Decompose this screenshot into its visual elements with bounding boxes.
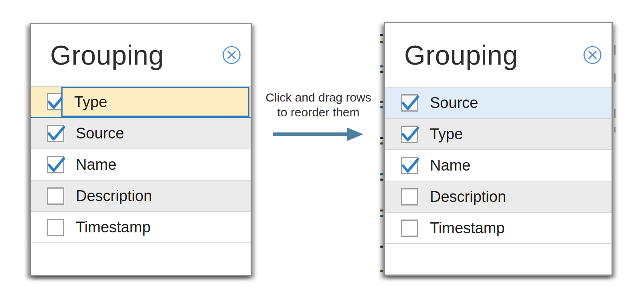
checkbox[interactable] xyxy=(47,125,64,142)
row-label: Name xyxy=(430,157,470,174)
drag-item-box[interactable]: Type xyxy=(61,87,249,117)
grouping-row-name[interactable]: Name xyxy=(31,149,251,181)
row-label: Type xyxy=(74,94,107,111)
background-artifact xyxy=(614,45,616,55)
checkbox[interactable] xyxy=(401,188,418,205)
dialog-title: Grouping xyxy=(50,39,164,71)
row-label: Source xyxy=(430,94,478,112)
checkmark-icon xyxy=(47,155,65,174)
background-artifact xyxy=(614,109,616,118)
checkmark-icon xyxy=(47,124,65,142)
grouping-row-timestamp[interactable]: Timestamp xyxy=(31,212,251,243)
dialog-header: Grouping xyxy=(385,23,612,87)
close-button[interactable] xyxy=(583,46,602,65)
grouping-row-type[interactable]: Type xyxy=(31,87,251,118)
background-artifact xyxy=(380,270,383,272)
background-artifact xyxy=(380,215,383,217)
grouping-dialog-before: Grouping Type xyxy=(30,23,252,276)
instruction-annotation: Click and drag rows to reorder them xyxy=(252,90,385,142)
right-arrow-icon xyxy=(272,126,365,142)
grouping-row-source[interactable]: Source xyxy=(31,118,251,149)
checkbox[interactable] xyxy=(401,220,418,237)
background-artifact xyxy=(380,246,383,248)
row-label: Description xyxy=(430,188,506,205)
checkbox[interactable] xyxy=(47,219,64,236)
instruction-line-2: to reorder them xyxy=(252,105,385,120)
circle-x-icon xyxy=(222,46,241,65)
grouping-row-timestamp[interactable]: Timestamp xyxy=(385,213,612,244)
background-artifact xyxy=(380,142,383,144)
row-label: Description xyxy=(76,187,152,205)
checkbox[interactable] xyxy=(401,94,418,112)
row-label: Name xyxy=(76,156,116,173)
background-artifact xyxy=(614,73,616,82)
grouping-row-description[interactable]: Description xyxy=(385,181,612,213)
empty-row-area xyxy=(385,244,612,275)
row-label: Type xyxy=(430,126,463,143)
grouping-row-source[interactable]: Source xyxy=(385,87,612,119)
screenshot-canvas: Grouping Type xyxy=(0,0,644,301)
checkbox[interactable] xyxy=(401,126,418,143)
background-artifact xyxy=(380,65,383,67)
instruction-line-1: Click and drag rows xyxy=(252,90,385,105)
background-artifact xyxy=(380,179,383,181)
grouping-row-name[interactable]: Name xyxy=(385,150,612,181)
checkbox[interactable] xyxy=(47,156,64,173)
background-artifact xyxy=(380,34,383,36)
close-button[interactable] xyxy=(222,46,241,65)
checkmark-icon xyxy=(401,125,419,143)
checkmark-icon xyxy=(401,94,419,112)
background-artifact xyxy=(380,173,383,175)
row-label: Timestamp xyxy=(76,219,151,236)
checkmark-icon xyxy=(401,156,419,175)
background-artifact xyxy=(380,71,383,73)
checkbox[interactable] xyxy=(401,157,418,174)
row-label: Source xyxy=(76,125,124,142)
grouping-row-type[interactable]: Type xyxy=(385,119,612,150)
grouping-row-description[interactable]: Description xyxy=(31,181,251,212)
grouping-dialog-after: Grouping Source xyxy=(384,22,613,276)
dialog-header: Grouping xyxy=(31,24,251,87)
checkbox[interactable] xyxy=(47,187,64,205)
empty-row-area xyxy=(31,243,251,275)
circle-x-icon xyxy=(583,46,602,65)
background-artifact xyxy=(380,209,383,212)
background-artifact xyxy=(614,127,616,132)
dialog-title: Grouping xyxy=(404,39,518,71)
background-artifact xyxy=(380,41,383,43)
row-label: Timestamp xyxy=(430,220,505,237)
